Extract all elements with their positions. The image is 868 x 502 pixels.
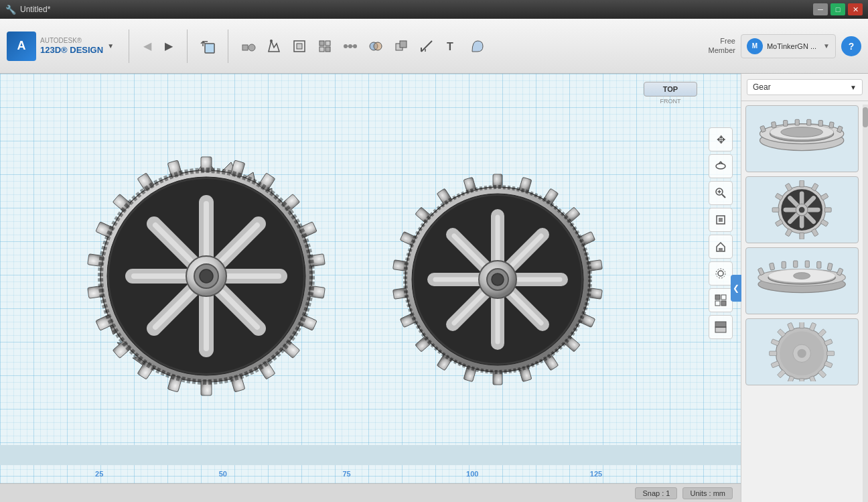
user-menu-button[interactable]: M MoTinkerGN ... ▼ xyxy=(741,34,836,58)
svg-rect-188 xyxy=(810,322,816,331)
svg-rect-9 xyxy=(326,41,330,46)
viewport[interactable]: TOP FRONT ✥ xyxy=(0,74,741,502)
gears-viewport xyxy=(33,87,701,465)
material-button[interactable] xyxy=(465,29,490,63)
right-panel: ❮ Gear ▼ xyxy=(741,74,868,502)
toolbar: A AUTODESK® 123D® DESIGN ▼ ◀ ▶ xyxy=(0,19,868,74)
transform-tool-button[interactable] xyxy=(196,29,220,63)
gear-flat-thumb xyxy=(751,322,852,381)
combine-button[interactable] xyxy=(364,29,388,63)
display-mode-button[interactable] xyxy=(709,288,733,312)
materials-button[interactable] xyxy=(709,315,733,339)
text-button[interactable]: T xyxy=(440,29,464,63)
scale-ruler: 25 50 75 100 125 xyxy=(40,465,727,482)
right-gear xyxy=(393,174,603,385)
svg-rect-140 xyxy=(784,120,788,126)
svg-rect-161 xyxy=(825,208,832,212)
svg-rect-35 xyxy=(715,295,720,300)
panel-scroll-area xyxy=(741,101,868,502)
shape-card-gear-ring[interactable] xyxy=(745,105,859,172)
measure-button[interactable] xyxy=(415,29,439,63)
help-button[interactable]: ? xyxy=(841,36,861,56)
brand-name: AUTODESK® xyxy=(40,36,103,45)
svg-point-34 xyxy=(716,269,725,278)
sketch-button[interactable] xyxy=(262,29,286,63)
svg-rect-190 xyxy=(824,339,833,346)
logo-dropdown-arrow[interactable]: ▼ xyxy=(107,42,114,50)
pan-tool-button[interactable]: ✥ xyxy=(709,127,733,151)
panel-header: Gear ▼ xyxy=(741,74,868,101)
svg-rect-178 xyxy=(794,261,798,267)
svg-point-4 xyxy=(248,44,255,51)
svg-rect-179 xyxy=(806,261,810,267)
redo-button[interactable]: ▶ xyxy=(159,36,179,56)
ruler-mark-75: 75 xyxy=(342,470,350,478)
pattern-button[interactable] xyxy=(338,29,362,63)
svg-point-14 xyxy=(353,44,357,48)
scrollbar-thumb[interactable] xyxy=(863,107,868,127)
svg-point-174 xyxy=(794,272,810,279)
ruler-mark-100: 100 xyxy=(466,470,478,478)
home-view-button[interactable] xyxy=(709,235,733,259)
svg-rect-199 xyxy=(770,351,777,356)
filter-label: Gear xyxy=(753,82,771,92)
orbit-tool-button[interactable] xyxy=(709,154,733,178)
modify-button[interactable] xyxy=(313,29,337,63)
svg-point-12 xyxy=(344,44,348,48)
panel-scrollbar[interactable] xyxy=(863,105,868,502)
svg-rect-31 xyxy=(719,218,723,222)
svg-rect-38 xyxy=(721,301,726,306)
shape-card-gear-spur[interactable] xyxy=(745,176,859,243)
svg-rect-40 xyxy=(715,322,726,327)
svg-line-27 xyxy=(722,194,725,198)
minimize-button[interactable]: ─ xyxy=(813,3,828,15)
zoom-extents-button[interactable] xyxy=(709,208,733,232)
ruler-mark-25: 25 xyxy=(95,470,103,478)
svg-rect-8 xyxy=(319,41,324,46)
logo-icon: A xyxy=(7,32,36,61)
gears-svg xyxy=(66,135,668,417)
shape-card-gear-flat[interactable] xyxy=(745,318,859,385)
snap-status[interactable]: Snap : 1 xyxy=(635,487,677,499)
units-status[interactable]: Units : mm xyxy=(682,487,733,499)
svg-point-33 xyxy=(718,271,723,276)
svg-rect-10 xyxy=(319,47,324,52)
svg-point-63 xyxy=(200,269,213,283)
svg-point-5 xyxy=(270,40,273,42)
svg-rect-3 xyxy=(242,45,248,50)
close-button[interactable]: ✕ xyxy=(848,3,863,15)
svg-rect-164 xyxy=(800,233,804,239)
gear-ring2-thumb xyxy=(751,251,852,310)
svg-rect-141 xyxy=(795,119,799,125)
svg-rect-122 xyxy=(463,366,476,381)
svg-rect-177 xyxy=(782,261,786,268)
svg-point-137 xyxy=(781,127,823,137)
zoom-tool-button[interactable] xyxy=(709,181,733,205)
left-gear xyxy=(88,157,326,395)
maximize-button[interactable]: □ xyxy=(830,3,845,15)
boolean-button[interactable] xyxy=(389,29,413,63)
undo-button[interactable]: ◀ xyxy=(137,36,157,56)
svg-rect-7 xyxy=(297,44,302,49)
main-content: TOP FRONT ✥ xyxy=(0,74,868,502)
svg-point-25 xyxy=(716,164,725,169)
svg-rect-139 xyxy=(772,121,777,128)
primitives-button[interactable] xyxy=(236,29,261,63)
svg-rect-11 xyxy=(326,47,330,52)
shape-card-gear-ring2[interactable] xyxy=(745,247,859,314)
user-dropdown-arrow: ▼ xyxy=(823,42,830,50)
perspective-button[interactable] xyxy=(709,261,733,286)
svg-rect-36 xyxy=(721,295,726,300)
panel-toggle-button[interactable]: ❮ xyxy=(731,275,741,302)
svg-point-157 xyxy=(799,207,805,213)
username-label: MoTinkerGN ... xyxy=(767,42,816,50)
svg-point-186 xyxy=(798,349,806,358)
shape-filter-dropdown[interactable]: Gear ▼ xyxy=(747,79,863,95)
svg-rect-180 xyxy=(817,261,821,268)
svg-rect-175 xyxy=(758,267,765,275)
svg-line-21 xyxy=(421,41,432,52)
separator-2 xyxy=(187,29,188,63)
construct-button[interactable] xyxy=(287,29,311,63)
plan-info: Free Member xyxy=(709,37,735,54)
svg-point-18 xyxy=(374,42,382,50)
